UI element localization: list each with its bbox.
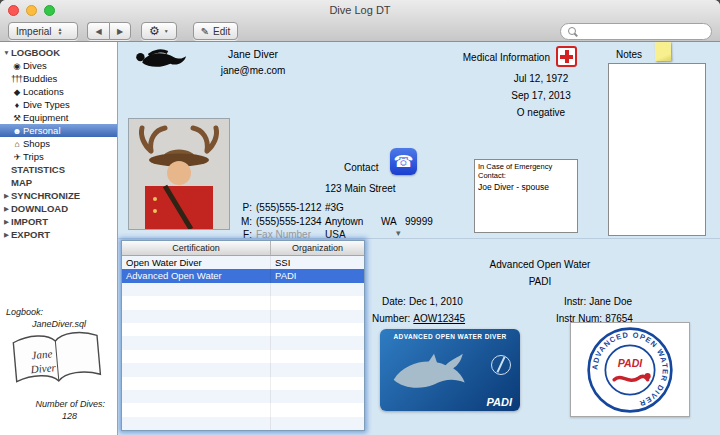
sidebar-item-download[interactable]: ▶ DOWNLOAD	[0, 202, 117, 215]
table-row-empty[interactable]	[122, 390, 364, 403]
cert-number-row: Number: AOW12345	[372, 313, 465, 324]
table-row-empty[interactable]	[122, 377, 364, 390]
disclosure-triangle-icon[interactable]: ▶	[2, 218, 11, 226]
search-field[interactable]	[560, 23, 712, 40]
sidebar-item-statistics[interactable]: STATISTICS	[0, 163, 117, 176]
minimize-button[interactable]	[26, 5, 37, 16]
cert-number-value: AOW12345	[413, 313, 465, 324]
emergency-contact-box[interactable]: In Case of Emergency Contact: Joe Diver …	[474, 159, 578, 233]
cert-number-label: Number:	[372, 313, 410, 324]
compass-icon: ◆	[10, 87, 23, 97]
certifications-table: Certification Organization Open Water Di…	[121, 240, 365, 431]
cert-date-label: Date:	[382, 296, 406, 307]
portrait-photo[interactable]	[128, 118, 230, 230]
cert-card-back-image[interactable]: ADVANCED OPEN WATER DIVER PADI	[570, 322, 690, 417]
back-button[interactable]: ◀	[87, 22, 109, 40]
app-window: Dive Log DT Imperial ▲▼ ◀ ▶ ⚙ ▼ ✎ Edit	[0, 0, 720, 435]
diver-name: Jane Diver	[193, 48, 313, 60]
table-row[interactable]: Open Water Diver SSI	[122, 256, 364, 269]
sidebar-item-personal[interactable]: ☻ Personal	[0, 124, 117, 137]
tools-icon: ⚒	[10, 113, 23, 123]
cert-detail-title: Advanced Open Water	[438, 259, 642, 270]
table-row-empty[interactable]	[122, 417, 364, 430]
table-header: Certification Organization	[122, 241, 364, 256]
back-icon: ◀	[95, 27, 101, 36]
sidebar-item-buddies[interactable]: ††† Buddies	[0, 72, 117, 85]
svg-text:PADI: PADI	[618, 357, 643, 369]
phone-m-label: M:	[238, 216, 252, 227]
disclosure-triangle-icon[interactable]: ▶	[2, 192, 11, 200]
dive-count-label: Number of Dives:	[35, 399, 105, 409]
cert-detail-org: PADI	[438, 276, 642, 287]
zip: 99999	[405, 216, 433, 227]
column-header-organization[interactable]: Organization	[271, 241, 364, 255]
title-bar: Dive Log DT	[0, 0, 720, 20]
city: Anytown	[325, 216, 363, 227]
logbook-label: Logbook:	[6, 307, 43, 317]
cert-instructor-value: Jane Doe	[589, 296, 632, 307]
scuba-diver-icon	[132, 45, 188, 75]
table-row-empty[interactable]	[122, 350, 364, 363]
units-dropdown-label: Imperial	[16, 26, 52, 37]
medical-info-label: Medical Information	[454, 52, 550, 63]
personal-panel: Jane Diver jane@me.com Medical Informati…	[118, 42, 720, 435]
apt-address: #3G	[325, 202, 344, 213]
table-row-empty[interactable]	[122, 310, 364, 323]
zoom-button[interactable]	[44, 5, 55, 16]
sidebar-item-equipment[interactable]: ⚒ Equipment	[0, 111, 117, 124]
traffic-lights	[8, 5, 55, 16]
toolbar: Imperial ▲▼ ◀ ▶ ⚙ ▼ ✎ Edit	[0, 20, 720, 42]
section-divider	[118, 238, 720, 239]
splitter-chevron-icon: ▾	[396, 228, 401, 238]
dolphin-image	[386, 349, 482, 397]
table-row-empty[interactable]	[122, 296, 364, 309]
phone-icon[interactable]: ☎	[390, 148, 417, 175]
forward-button[interactable]: ▶	[109, 22, 131, 40]
sidebar-item-dives[interactable]: ◉ Dives	[0, 59, 117, 72]
column-header-certification[interactable]: Certification	[122, 241, 271, 255]
sidebar-item-map[interactable]: MAP	[0, 176, 117, 189]
sticky-note-icon[interactable]	[655, 42, 672, 61]
notes-label: Notes	[610, 49, 648, 60]
sidebar-item-logbook[interactable]: ▼ LOGBOOK	[0, 46, 117, 59]
disclosure-triangle-icon[interactable]: ▶	[2, 231, 11, 239]
search-icon	[568, 27, 576, 35]
sidebar-item-shops[interactable]: ⌂ Shops	[0, 137, 117, 150]
cert-instructor-label: Instr:	[564, 296, 586, 307]
table-row-empty[interactable]	[122, 403, 364, 416]
medical-cross-icon[interactable]	[556, 46, 577, 67]
blood-type: O negative	[474, 107, 608, 118]
splitter-handle[interactable]: ▾	[396, 228, 401, 238]
disclosure-triangle-icon[interactable]: ▼	[2, 49, 11, 56]
table-row-selected[interactable]: Advanced Open Water PADI	[122, 269, 364, 282]
action-menu-button[interactable]: ⚙ ▼	[141, 22, 177, 40]
sidebar-item-trips[interactable]: ✈ Trips	[0, 150, 117, 163]
cert-date-row: Date: Dec 1, 2010	[382, 296, 463, 307]
sidebar-item-locations[interactable]: ◆ Locations	[0, 85, 117, 98]
padi-seal-image: ADVANCED OPEN WATER DIVER PADI	[586, 326, 674, 414]
pencil-icon: ✎	[201, 26, 209, 37]
search-input[interactable]	[581, 26, 713, 37]
cert-card-title: ADVANCED OPEN WATER DIVER	[380, 333, 520, 340]
edit-button[interactable]: ✎ Edit	[193, 22, 239, 40]
notes-box[interactable]	[608, 63, 706, 236]
cert-card-front-image[interactable]: ADVANCED OPEN WATER DIVER PADI	[380, 329, 520, 411]
state: WA	[381, 216, 397, 227]
cert-date-value: Dec 1, 2010	[409, 296, 463, 307]
sidebar-item-import[interactable]: ▶ IMPORT	[0, 215, 117, 228]
fax-field[interactable]: Fax Number	[256, 229, 311, 240]
disclosure-triangle-icon[interactable]: ▶	[2, 205, 11, 213]
close-button[interactable]	[8, 5, 19, 16]
table-row-empty[interactable]	[122, 336, 364, 349]
dive-count-value: 128	[62, 411, 77, 421]
table-row-empty[interactable]	[122, 363, 364, 376]
sidebar-item-synchronize[interactable]: ▶ SYNCHRONIZE	[0, 189, 117, 202]
table-row-empty[interactable]	[122, 283, 364, 296]
units-dropdown[interactable]: Imperial ▲▼	[8, 22, 78, 40]
sidebar-item-dive-types[interactable]: ♦ Dive Types	[0, 98, 117, 111]
table-row-empty[interactable]	[122, 323, 364, 336]
gear-icon: ⚙	[149, 24, 160, 38]
street-address: 123 Main Street	[325, 183, 396, 194]
dive-mask-icon: ◉	[10, 61, 23, 71]
sidebar-item-export[interactable]: ▶ EXPORT	[0, 228, 117, 241]
